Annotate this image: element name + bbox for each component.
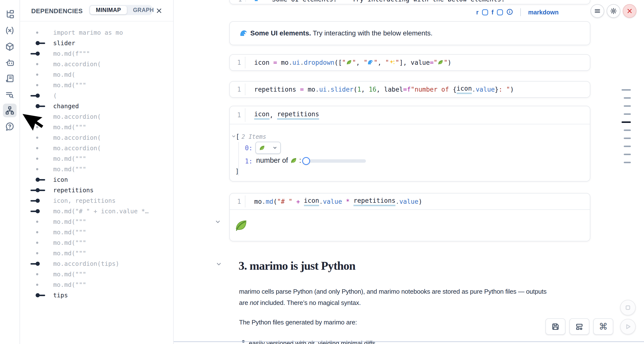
outline-marker[interactable] <box>624 113 631 115</box>
packages-icon[interactable] <box>3 40 16 54</box>
minimap-item[interactable]: mo.md( <box>20 69 173 80</box>
shortcuts-button[interactable]: ⌘ <box>593 318 613 335</box>
minimap-item-label: mo.accordion( <box>53 61 101 68</box>
variables-icon[interactable] <box>3 24 16 37</box>
code-line[interactable]: icon, repetitions <box>254 106 319 124</box>
outline-marker[interactable] <box>624 162 631 163</box>
chevron-down-icon[interactable] <box>216 261 222 268</box>
outline-marker[interactable] <box>624 146 631 147</box>
minimap-item[interactable]: mo.md(""" <box>20 238 173 248</box>
cell-divider <box>230 209 590 210</box>
minimap-item[interactable]: icon <box>20 175 173 185</box>
slider-knob[interactable] <box>302 157 310 165</box>
minimap-item[interactable]: mo.md(""" <box>20 217 173 227</box>
code-line[interactable]: icon = mo.ui.dropdown(["", "", ""], valu… <box>254 55 452 70</box>
cell-edge-icon <box>30 196 47 206</box>
minimap-item[interactable]: mo.md(""" <box>20 279 173 290</box>
snippets-icon[interactable] <box>3 72 16 85</box>
toolbar-divider <box>520 8 521 16</box>
icon-dropdown-select[interactable] <box>256 142 281 154</box>
outline-marker[interactable] <box>624 137 631 139</box>
cell-edge-icon <box>30 48 47 59</box>
file-explorer-icon[interactable] <box>3 7 16 21</box>
minimap-item[interactable]: mo.md(""" <box>20 269 173 279</box>
save-button[interactable] <box>546 318 566 335</box>
ai-assistant-icon[interactable] <box>3 56 16 69</box>
minimap-item[interactable]: mo.accordion(tips) <box>20 258 173 269</box>
cell-dropdown-code[interactable]: 1 icon = mo.ui.dropdown(["", "", ""], va… <box>229 54 590 71</box>
minimap-item[interactable]: mo.accordion( <box>20 143 173 153</box>
code-line[interactable]: mo.md("# " + icon.value * repetitions.va… <box>254 194 422 209</box>
view-toggle: MINIMAP GRAPH <box>89 5 152 15</box>
settings-button[interactable] <box>607 4 620 18</box>
layout-button[interactable] <box>569 318 589 335</box>
run-button[interactable] <box>620 319 636 334</box>
outline-marker[interactable] <box>622 89 631 91</box>
minimap-item[interactable]: tips <box>20 290 173 300</box>
outline-marker[interactable] <box>624 154 631 155</box>
minimap-item[interactable]: icon, repetitions <box>20 196 173 206</box>
minimap-item-label: icon, repetitions <box>53 197 116 204</box>
info-icon[interactable] <box>506 9 513 16</box>
minimap-item-label: mo.md(""" <box>53 229 86 236</box>
outline-marker[interactable] <box>624 105 631 107</box>
format-checkbox[interactable] <box>497 9 503 15</box>
clipped-code: **Some UI elements.** Try interacting wi… <box>254 0 505 3</box>
minimap-item[interactable]: mo.md(""" <box>20 164 173 175</box>
panel-title: DEPENDENCIES <box>31 7 83 15</box>
minimap-list: import marimo as moslidermo.md(f"""mo.ac… <box>20 22 173 344</box>
cell-dot-icon <box>30 269 47 279</box>
outline-marker[interactable] <box>624 129 631 131</box>
wave-icon <box>240 29 248 37</box>
cell-slider-code[interactable]: 1 repetitions = mo.ui.slider(1, 16, labe… <box>229 81 590 98</box>
minimap-item[interactable]: mo.md(""" <box>20 80 173 90</box>
tree-key-0: 0: <box>245 144 252 152</box>
tab-minimap[interactable]: MINIMAP <box>90 6 127 15</box>
outline-marker[interactable] <box>622 121 631 123</box>
cell-edge-icon <box>30 101 47 111</box>
slider-track[interactable] <box>303 159 366 163</box>
chevron-down-icon[interactable] <box>231 134 236 140</box>
minimap-item[interactable]: repetitions <box>20 185 173 196</box>
minimap-item[interactable]: changed <box>20 101 173 111</box>
menu-button[interactable] <box>590 4 604 18</box>
cell-wave-output[interactable]: Some UI elements. Try interacting with t… <box>229 21 590 45</box>
minimap-item[interactable]: import marimo as mo <box>20 27 173 38</box>
minimap-item-label: import marimo as mo <box>53 29 123 36</box>
minimap-item[interactable]: mo.md(""" <box>20 153 173 164</box>
minimap-item-label: repetitions <box>53 187 94 194</box>
close-panel-button[interactable] <box>154 5 164 16</box>
minimap-item[interactable]: mo.md(""" <box>20 227 173 238</box>
command-icon: ⌘ <box>599 322 608 331</box>
minimap-item[interactable]: ( <box>20 90 173 101</box>
minimap-item[interactable]: slider <box>20 38 173 48</box>
minimap-item[interactable]: mo.md("# " + icon.value *… <box>20 206 173 217</box>
gear-icon <box>610 8 617 15</box>
stop-button[interactable] <box>620 300 636 315</box>
bottom-scroll-divider <box>174 341 644 342</box>
dependencies-icon[interactable] <box>3 104 16 117</box>
minimap-item[interactable]: mo.accordion( <box>20 59 173 69</box>
minimap-item[interactable]: mo.md(""" <box>20 248 173 258</box>
cell-edge-icon <box>30 38 47 48</box>
cell-dot-icon <box>30 69 47 80</box>
outline-marker[interactable] <box>624 97 631 99</box>
reactive-checkbox[interactable] <box>482 9 488 15</box>
minimap-item-label: mo.accordion( <box>53 145 101 152</box>
help-icon[interactable] <box>3 120 16 133</box>
minimap-item-label: mo.md( <box>53 71 75 78</box>
cell-edge-icon <box>30 206 47 217</box>
format-toggle-label: f <box>492 9 494 16</box>
logs-icon[interactable] <box>3 88 16 102</box>
cell-md-concat[interactable]: 1 mo.md("# " + icon.value * repetitions.… <box>229 193 590 241</box>
chevron-down-icon[interactable] <box>215 219 221 226</box>
markdown-badge[interactable]: markdown <box>528 9 558 16</box>
minimap-item[interactable]: mo.md(f""" <box>20 48 173 59</box>
leaf-icon <box>259 145 266 151</box>
cell-clipped[interactable]: 1 **Some UI elements.** Try interacting … <box>229 0 590 5</box>
shutdown-button[interactable] <box>623 4 636 18</box>
cell-expr-tree[interactable]: 1 icon, repetitions [ 2 Items 0: 1: numb… <box>229 106 590 182</box>
code-line[interactable]: repetitions = mo.ui.slider(1, 16, label=… <box>254 82 514 97</box>
cell-dot-icon <box>30 27 47 38</box>
cell-edge-icon <box>30 290 47 300</box>
